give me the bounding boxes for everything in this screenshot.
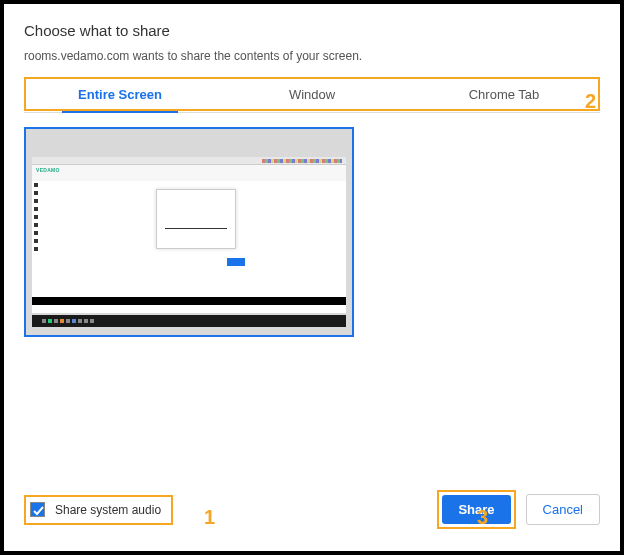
dialog-title: Choose what to share	[24, 22, 600, 39]
action-buttons: Share Cancel	[437, 490, 600, 529]
tab-chrome-tab[interactable]: Chrome Tab	[408, 79, 600, 112]
tab-entire-screen[interactable]: Entire Screen	[24, 79, 216, 112]
share-button[interactable]: Share	[442, 495, 510, 524]
cancel-button[interactable]: Cancel	[526, 494, 600, 525]
annotation-box-checkbox: Share system audio	[24, 495, 173, 525]
dialog-subtitle: rooms.vedamo.com wants to share the cont…	[24, 49, 600, 63]
tab-window[interactable]: Window	[216, 79, 408, 112]
dialog-footer: Share system audio Share Cancel	[24, 484, 600, 537]
screen-thumbnail[interactable]: VEDAMO	[24, 127, 354, 337]
share-dialog: Choose what to share rooms.vedamo.com wa…	[4, 4, 620, 551]
thumbnail-app-logo: VEDAMO	[36, 167, 60, 173]
share-audio-label: Share system audio	[55, 503, 161, 517]
share-type-tabs: Entire Screen Window Chrome Tab	[24, 79, 600, 113]
tabs-container: Entire Screen Window Chrome Tab	[24, 79, 600, 113]
checkmark-icon	[31, 503, 46, 518]
share-audio-checkbox[interactable]	[30, 502, 45, 517]
annotation-box-share: Share	[437, 490, 515, 529]
preview-area: VEDAMO	[24, 113, 600, 484]
